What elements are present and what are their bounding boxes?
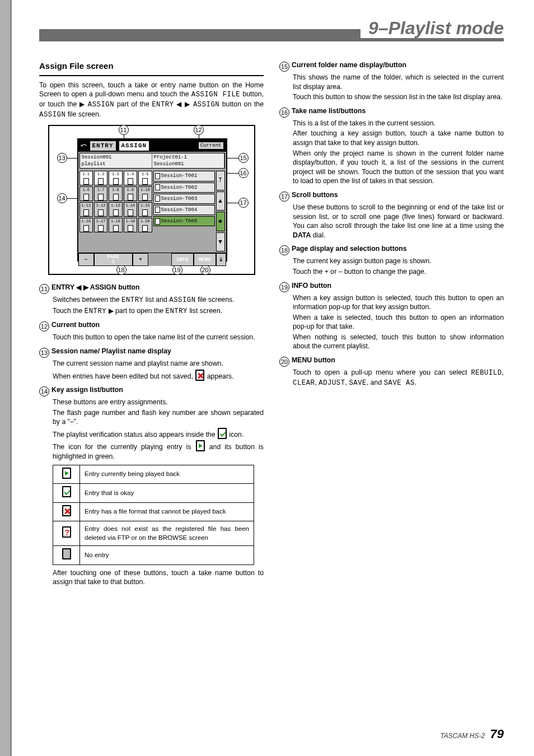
lcd-text: ENTRY bbox=[152, 101, 174, 109]
heading-text: Session name/ Playlist name display bbox=[51, 347, 171, 355]
current-button[interactable]: Current bbox=[198, 142, 224, 150]
info-button[interactable]: INFO bbox=[171, 253, 194, 266]
key-assign-button[interactable]: 1-14 bbox=[124, 202, 137, 217]
item-15-heading: 15Current folder name display/button bbox=[279, 60, 504, 72]
key-assign-button[interactable]: 1-15 bbox=[138, 202, 152, 217]
key-assign-button[interactable]: 1-18 bbox=[109, 218, 122, 232]
legend-icon-cell bbox=[53, 546, 80, 565]
item-18-body: Touch the + or – button to change the pa… bbox=[293, 267, 504, 277]
key-assign-button[interactable]: 1-12 bbox=[94, 202, 107, 217]
legend-text: Entry does not exist as the registered f… bbox=[80, 521, 254, 546]
item-13-body: When entries have been edited but not sa… bbox=[53, 370, 264, 381]
scroll-up-button[interactable]: ▲ bbox=[216, 192, 225, 211]
take-label: Session-T004 bbox=[161, 207, 198, 213]
page-number: 79 bbox=[490, 727, 504, 741]
file-icon bbox=[142, 178, 148, 185]
file-icon bbox=[113, 225, 119, 232]
scroll-buttons: ⤒ ▲ ◆ ▼ bbox=[216, 170, 226, 253]
item-14-body: The icon for the currently playing entry… bbox=[53, 440, 264, 461]
key-assign-button[interactable]: 1-6 bbox=[79, 186, 93, 201]
text: ▶ part to open the bbox=[106, 307, 165, 315]
key-label: 1-11 bbox=[81, 203, 91, 208]
scroll-top-button[interactable]: ⤒ bbox=[216, 171, 225, 190]
assign-segment[interactable]: ASSIGN bbox=[119, 141, 150, 151]
key-label: 1-19 bbox=[126, 219, 135, 224]
menu-button[interactable]: MENU bbox=[194, 253, 216, 266]
item-number: 18 bbox=[279, 245, 289, 255]
table-row: Entry currently being played back bbox=[53, 465, 254, 484]
text: dial. bbox=[311, 231, 325, 239]
file-play-icon bbox=[62, 468, 71, 479]
heading-text: ENTRY ◀ ▶ ASSIGN button bbox=[51, 283, 140, 291]
key-assign-button[interactable]: 1-1 bbox=[79, 171, 93, 185]
callout-num: 17 bbox=[238, 198, 249, 208]
key-assign-button[interactable]: 1-13 bbox=[109, 202, 122, 217]
key-assign-button[interactable]: 1-3 bbox=[109, 171, 122, 185]
file-icon bbox=[155, 195, 160, 202]
key-assign-button[interactable]: 1-20 bbox=[138, 218, 152, 232]
path-display: Session001 playlist Project01-1 Session0… bbox=[79, 153, 225, 169]
take-button[interactable]: Session-T002 bbox=[153, 183, 215, 193]
file-icon bbox=[142, 225, 148, 232]
key-assign-button[interactable]: 1-10 bbox=[138, 186, 152, 201]
key-label: 1-16 bbox=[81, 219, 91, 224]
scroll-end-button[interactable]: ⤓ bbox=[216, 253, 226, 266]
key-assign-button[interactable]: 1-8 bbox=[109, 186, 122, 201]
text: 1 bbox=[112, 260, 115, 265]
callout-20: 20 bbox=[200, 265, 213, 275]
text: Switches between the bbox=[53, 296, 121, 304]
lcd-text: ENTRY bbox=[121, 296, 143, 304]
key-assign-button[interactable]: 1-5 bbox=[138, 171, 152, 185]
take-list: Session-T001 Session-T002 Session-T003 S… bbox=[153, 170, 216, 253]
take-button[interactable]: Session-T003 bbox=[153, 194, 215, 204]
text: playlist bbox=[82, 161, 150, 167]
legend-text: Entry has a file format that cannot be p… bbox=[80, 502, 254, 521]
key-label: 1-18 bbox=[111, 219, 120, 224]
key-assign-button[interactable]: 1-7 bbox=[94, 186, 107, 201]
key-assign-button[interactable]: 1-17 bbox=[94, 218, 107, 232]
file-icon bbox=[155, 218, 160, 225]
key-assign-button[interactable]: 1-2 bbox=[94, 171, 107, 185]
item-12-body: Touch this button to open the take name … bbox=[53, 333, 264, 342]
entry-segment[interactable]: ENTRY bbox=[90, 141, 116, 151]
session-playlist-name: Session001 playlist bbox=[80, 153, 152, 168]
lcd-text: ENTRY bbox=[166, 307, 188, 315]
take-button[interactable]: Session-T001 bbox=[153, 171, 215, 181]
file-icon bbox=[128, 194, 133, 200]
current-folder-button[interactable]: Project01-1 Session001 bbox=[152, 153, 224, 168]
key-assign-button[interactable]: 1-16 bbox=[79, 218, 93, 232]
page-minus-button[interactable]: − bbox=[78, 253, 94, 266]
take-button[interactable]: Session-T004 bbox=[153, 205, 215, 215]
callout-line bbox=[227, 203, 238, 203]
item-16-body: When only the project name is shown in t… bbox=[293, 149, 504, 186]
item-number: 15 bbox=[279, 62, 289, 72]
heading-text: Key assign list/button bbox=[51, 386, 123, 394]
back-arrow-icon[interactable]: ⤺ bbox=[81, 141, 87, 151]
take-button[interactable]: Session-T005 bbox=[153, 216, 215, 226]
key-assign-button[interactable]: 1-9 bbox=[124, 186, 137, 201]
callout-num: 11 bbox=[119, 125, 129, 135]
callout-num: 14 bbox=[57, 193, 67, 203]
text: Touch to open a pull-up menu where you c… bbox=[293, 368, 471, 376]
heading-text: Current folder name display/button bbox=[292, 61, 406, 69]
callout-num: 15 bbox=[238, 153, 249, 163]
item-number: 20 bbox=[279, 357, 289, 367]
page-plus-button[interactable]: + bbox=[133, 253, 148, 266]
scroll-down-button[interactable]: ▼ bbox=[216, 232, 225, 252]
text: list screen. bbox=[188, 307, 222, 315]
scroll-handle[interactable]: ◆ bbox=[216, 212, 225, 231]
file-icon bbox=[128, 178, 133, 185]
callout-num: 18 bbox=[116, 265, 127, 275]
key-label: 1-14 bbox=[126, 203, 135, 208]
key-assign-button[interactable]: 1-11 bbox=[79, 202, 93, 217]
text: Project01-1 bbox=[154, 154, 222, 161]
item-14-body: These buttons are entry assignments. bbox=[53, 398, 264, 407]
item-number: 14 bbox=[39, 386, 49, 396]
lcd-text: SAVE AS bbox=[384, 379, 415, 387]
item-19-heading: 19INFO button bbox=[279, 281, 504, 292]
screenshot-top-bar: ⤺ ENTRY ASSIGN Current bbox=[78, 139, 226, 152]
key-assign-button[interactable]: 1-19 bbox=[124, 218, 137, 232]
key-label: 1-4 bbox=[127, 172, 134, 177]
key-assign-button[interactable]: 1-4 bbox=[124, 171, 137, 185]
key-label: 1-6 bbox=[82, 188, 90, 193]
